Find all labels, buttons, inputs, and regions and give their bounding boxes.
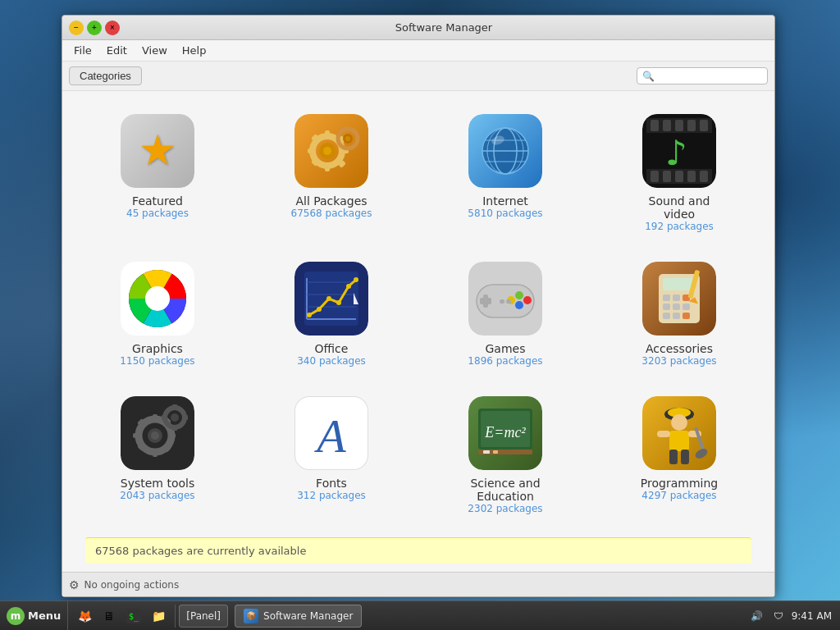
category-office[interactable]: Office 340 packages	[278, 255, 385, 373]
svg-rect-75	[682, 304, 690, 310]
system-tools-count: 2043 packages	[120, 490, 194, 501]
taskbar: m Menu 🦊 🖥 $_ 📁 [Panel] 📦 Software Manag…	[0, 600, 840, 630]
science-icon: E=mc²	[468, 396, 542, 470]
taskbar-menu-button[interactable]: m Menu	[0, 601, 68, 630]
featured-name: Featured	[132, 194, 183, 208]
search-input[interactable]	[658, 70, 762, 82]
svg-rect-8	[308, 148, 314, 153]
svg-text:$_: $_	[129, 612, 139, 622]
sound-video-count: 192 packages	[645, 221, 714, 232]
svg-rect-28	[651, 120, 659, 131]
mint-logo: m	[7, 607, 25, 625]
sound-video-name: Sound and video	[632, 194, 726, 221]
category-graphics[interactable]: Graphics 1150 packages	[104, 255, 211, 373]
svg-rect-66	[506, 299, 511, 304]
svg-rect-30	[675, 120, 683, 131]
minimize-button[interactable]: −	[69, 21, 84, 35]
internet-name: Internet	[482, 194, 528, 208]
close-button[interactable]: ×	[105, 21, 120, 35]
svg-rect-114	[657, 431, 670, 437]
maximize-button[interactable]: +	[87, 21, 102, 35]
svg-rect-73	[663, 304, 670, 310]
svg-rect-76	[663, 313, 670, 319]
category-programming[interactable]: Programming 4297 packages	[626, 390, 733, 521]
network-icon[interactable]: 🔊	[749, 608, 765, 624]
menu-label: Menu	[28, 609, 61, 622]
office-name: Office	[315, 342, 349, 355]
sound-video-icon: ♪	[642, 114, 716, 188]
menubar: File Edit View Help	[62, 40, 774, 62]
app-label: Software Manager	[263, 610, 353, 622]
svg-rect-78	[682, 313, 690, 319]
folder-icon-button[interactable]: 📁	[147, 605, 170, 628]
all-packages-icon	[294, 114, 368, 188]
window-titlebar: − + × Software Manager	[62, 16, 774, 40]
category-featured[interactable]: ★ Featured 45 packages	[104, 107, 211, 239]
categories-grid: ★ Featured 45 packages	[79, 107, 758, 521]
category-accessories[interactable]: Accessories 3203 packages	[626, 255, 733, 373]
browser-icon-button[interactable]: 🦊	[73, 605, 96, 628]
graphics-count: 1150 packages	[120, 355, 194, 367]
categories-content: ★ Featured 45 packages	[62, 91, 774, 572]
panel-label: [Panel]	[186, 610, 221, 622]
svg-text:E=mc²: E=mc²	[484, 424, 526, 441]
menu-help[interactable]: Help	[176, 43, 213, 58]
svg-rect-107	[493, 450, 498, 454]
svg-point-63	[515, 301, 523, 309]
internet-count: 5810 packages	[468, 208, 542, 219]
menu-file[interactable]: File	[67, 43, 98, 58]
svg-point-51	[317, 307, 322, 312]
fonts-count: 312 packages	[297, 490, 366, 501]
internet-icon	[468, 114, 542, 188]
search-box: 🔍	[637, 67, 768, 84]
svg-point-42	[145, 286, 170, 311]
svg-rect-29	[663, 120, 671, 131]
fonts-name: Fonts	[316, 477, 347, 490]
status-bar: 67568 packages are currently available	[85, 537, 751, 564]
svg-point-61	[515, 291, 523, 299]
svg-rect-97	[162, 415, 167, 420]
svg-point-62	[523, 296, 532, 304]
gear-icon: ⚙	[69, 578, 80, 591]
panel-button[interactable]: [Panel]	[179, 605, 228, 628]
terminal-icon-button[interactable]: $_	[122, 605, 145, 628]
svg-point-55	[354, 277, 358, 282]
category-internet[interactable]: Internet 5810 packages	[452, 107, 559, 239]
menu-view[interactable]: View	[135, 43, 174, 58]
clock: 9:41 AM	[792, 610, 832, 622]
software-manager-icon: 📦	[244, 609, 258, 623]
category-games[interactable]: Games 1896 packages	[452, 255, 559, 373]
category-fonts[interactable]: A Fonts 312 packages	[278, 390, 385, 521]
svg-rect-32	[700, 120, 708, 131]
category-all-packages[interactable]: All Packages 67568 packages	[278, 107, 385, 239]
science-count: 2302 packages	[468, 503, 542, 514]
categories-button[interactable]: Categories	[69, 66, 142, 85]
software-manager-window: − + × Software Manager File Edit View He…	[62, 15, 775, 597]
all-packages-count: 67568 packages	[291, 208, 372, 219]
programming-icon	[642, 396, 716, 470]
svg-rect-98	[183, 415, 188, 420]
svg-rect-34	[651, 171, 659, 182]
svg-rect-6	[325, 130, 330, 137]
shield-icon[interactable]: 🛡	[770, 608, 787, 624]
category-system-tools[interactable]: System tools 2043 packages	[104, 390, 211, 521]
games-name: Games	[486, 342, 526, 355]
files-icon-button[interactable]: 🖥	[98, 605, 121, 628]
svg-point-84	[151, 431, 159, 440]
category-sound-video[interactable]: ♪ Sound and video 192 packages	[626, 107, 733, 239]
menu-edit[interactable]: Edit	[100, 43, 134, 58]
svg-rect-7	[325, 165, 330, 171]
svg-point-112	[671, 414, 687, 431]
software-manager-taskbar-button[interactable]: 📦 Software Manager	[235, 605, 362, 628]
svg-point-16	[345, 136, 350, 141]
svg-rect-113	[669, 431, 689, 451]
window-title: Software Manager	[120, 21, 768, 34]
svg-rect-71	[673, 294, 680, 301]
category-science[interactable]: E=mc² Science and Education 2302 package…	[452, 390, 559, 521]
svg-rect-87	[133, 433, 140, 438]
programming-name: Programming	[641, 477, 718, 490]
svg-rect-88	[168, 433, 176, 438]
science-name: Science and Education	[459, 477, 552, 503]
svg-rect-70	[663, 294, 670, 301]
accessories-icon	[642, 262, 716, 336]
